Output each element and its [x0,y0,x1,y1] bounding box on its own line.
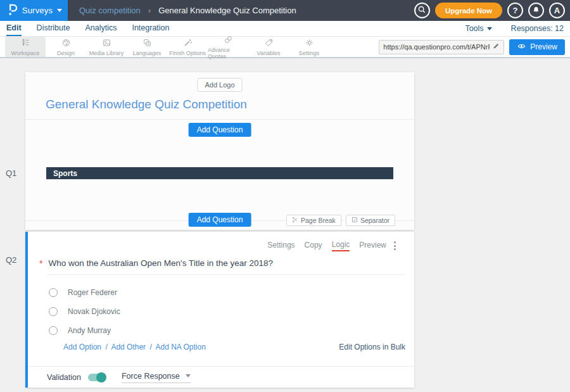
magic-wand-icon [182,38,193,49]
add-na-option-link[interactable]: Add NA Option [155,343,205,351]
toolbar-item-settings[interactable]: Settings [289,37,329,57]
workspace-icon [20,38,31,49]
survey-title[interactable]: General Knowledge Quiz Competition [46,98,247,111]
main-nav: Edit Distribute Analytics Integration To… [0,21,570,37]
eye-icon [517,42,526,52]
survey-url-box [379,40,504,54]
image-icon [101,38,112,49]
separator-button[interactable]: Separator [346,215,395,226]
surveys-label: Surveys [22,6,53,15]
question-logic-link[interactable]: Logic [332,240,350,251]
preview-button[interactable]: Preview [509,39,565,55]
breadcrumb-separator: › [148,6,151,15]
tools-menu[interactable]: Tools [465,24,491,33]
tag-icon [263,38,274,49]
translate-icon: A [142,38,153,49]
required-asterisk: * [39,258,42,269]
notifications-button[interactable] [528,3,544,18]
tab-edit[interactable]: Edit [6,22,22,36]
answer-option[interactable]: Roger Federer [49,288,117,297]
toolbar-item-design[interactable]: Design [46,37,86,57]
option-label[interactable]: Roger Federer [68,288,117,297]
survey-header-card: Add Logo General Knowledge Quiz Competit… [25,72,414,230]
add-question-button-top[interactable]: Add Question [189,123,251,137]
toolbar-item-variables[interactable]: Variables [248,37,289,57]
responses-count[interactable]: Responses: 12 [511,24,564,33]
separator-label: Separator [360,217,390,224]
link-separator: / [103,343,109,351]
chevron-down-icon [57,9,62,12]
question-text-row: * Who won the Australian Open Men's Titl… [39,258,405,269]
radio-icon[interactable] [49,307,58,316]
option-label[interactable]: Novak Djokovic [68,307,120,316]
nav-tabs: Edit Distribute Analytics Integration [0,22,170,36]
radio-icon[interactable] [49,326,58,335]
radio-icon[interactable] [49,288,58,297]
toolbar-item-advance-quotas[interactable]: Advance Quotas [208,37,248,57]
divider [25,119,414,120]
survey-url-input[interactable] [383,43,490,51]
tab-distribute[interactable]: Distribute [37,22,70,36]
toolbar-item-media-library[interactable]: Media Library [86,37,127,57]
toolbar-item-label: Settings [299,50,320,56]
validation-label: Validation [47,373,81,382]
toolbar-item-label: Design [57,50,75,56]
add-other-link[interactable]: Add Other [111,343,146,351]
question-settings-link[interactable]: Settings [267,241,294,251]
add-option-link[interactable]: Add Option [63,343,101,351]
tab-integration[interactable]: Integration [132,22,169,36]
checkbox-icon [352,217,358,224]
option-label[interactable]: Andy Murray [68,326,111,335]
toolbar-item-label: Advance Quotas [208,47,248,60]
search-button[interactable] [414,3,430,18]
add-question-button-bottom[interactable]: Add Question [189,213,251,227]
page-break-label: Page Break [301,217,336,224]
surveys-menu[interactable]: Surveys [0,0,68,21]
question-index-q2: Q2 [6,255,16,265]
question-copy-link[interactable]: Copy [305,241,322,251]
question-footer: Validation Force Response [28,366,414,388]
toolbar-item-label: Workspace [11,50,40,56]
tab-analytics[interactable]: Analytics [85,22,117,36]
page-break-button[interactable]: Page Break [286,215,341,226]
edit-options-bulk-link[interactable]: Edit Options in Bulk [339,343,405,351]
avatar[interactable]: A [549,3,565,18]
toolbar-item-label: Variables [257,50,281,56]
bell-icon [532,6,540,16]
scissors-icon [292,217,298,224]
question-preview-link[interactable]: Preview [359,241,386,251]
validation-value: Force Response [122,372,180,381]
question-text-underline [47,274,405,275]
help-icon: ? [513,6,518,15]
toolbar-item-workspace[interactable]: Workspace [5,37,46,57]
preview-label: Preview [530,42,557,51]
validation-toggle[interactable] [88,374,105,381]
add-logo-button[interactable]: Add Logo [197,78,242,92]
question-q2-text[interactable]: Who won the Australian Open Men's Title … [48,258,273,269]
editor-toolbar: Workspace Design Media Library [0,37,570,58]
help-button[interactable]: ? [507,3,523,18]
answer-option[interactable]: Andy Murray [49,326,111,335]
answer-option[interactable]: Novak Djokovic [49,307,120,316]
breadcrumb-current: General Knowledge Quiz Competition [158,6,296,15]
chevron-down-icon [487,27,492,30]
questionpro-logo-icon [6,3,18,18]
more-options-icon[interactable] [392,239,398,252]
toggle-knob [96,372,106,383]
edit-pencil-icon[interactable] [492,41,500,53]
toolbar-item-finish-options[interactable]: Finish Options [167,37,208,57]
toolbar-right: Preview [379,37,570,57]
palette-icon [61,38,72,49]
toolbar-item-label: Finish Options [169,50,206,56]
toolbar-item-languages[interactable]: A Languages [127,37,167,57]
link-separator: / [148,343,153,351]
add-option-links: Add Option / Add Other / Add NA Option [63,343,206,351]
breadcrumb-parent[interactable]: Quiz competition [79,6,141,15]
question-index-q1: Q1 [6,168,16,178]
validation-type-dropdown[interactable]: Force Response [122,372,191,383]
question-q1-text[interactable]: Sports [46,167,393,179]
question-q2-card: Settings Copy Logic Preview * Who won th… [25,232,414,388]
search-icon [417,5,426,16]
upgrade-now-button[interactable]: Upgrade Now [435,3,502,18]
topbar-actions: Upgrade Now ? A [414,3,570,18]
